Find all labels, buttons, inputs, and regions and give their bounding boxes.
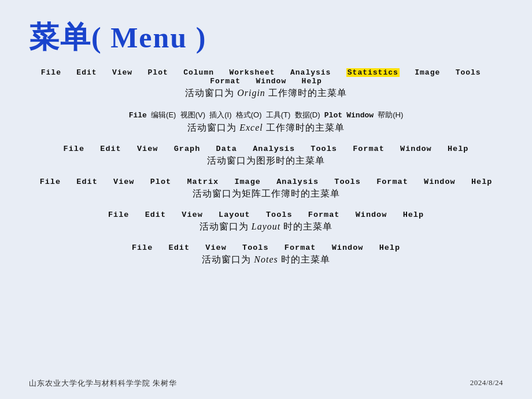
menu-bar-matrix: File Edit View Plot Matrix Image Analysi… [29,178,503,186]
menu-section-layout: File Edit View Layout Tools Format Windo… [29,210,503,233]
footer-date: 2024/8/24 [470,378,503,389]
menu-section-origin: File Edit View Plot Column Worksheet Ana… [29,68,503,99]
menu-desc-layout: 活动窗口为 Layout 时的主菜单 [29,221,503,233]
menu-desc-excel: 活动窗口为 Excel 工作簿时的主菜单 [29,122,503,134]
menu-desc-notes: 活动窗口为 Notes 时的主菜单 [29,254,503,266]
menu-desc-matrix: 活动窗口为矩阵工作簿时的主菜单 [29,188,503,200]
menu-bar-notes: File Edit View Tools Format Window Help [29,243,503,252]
footer: 山东农业大学化学与材料科学学院 朱树华 2024/8/24 [0,378,532,389]
menu-desc-origin: 活动窗口为 Origin 工作簿时的主菜单 [29,87,503,99]
title-english: ( Menu ) [91,21,206,54]
menu-desc-graph: 活动窗口为图形时的主菜单 [29,155,503,167]
slide: 菜单( Menu ) File Edit View Plot Column Wo… [0,0,532,399]
menu-bar-graph: File Edit View Graph Data Analysis Tools… [29,145,503,153]
menu-bar-excel: File 编辑(E) 视图(V) 插入(I) 格式(O) 工具(T) 数据(D)… [29,110,503,120]
menu-bar-origin: File Edit View Plot Column Worksheet Ana… [29,68,503,86]
menu-section-matrix: File Edit View Plot Matrix Image Analysi… [29,178,503,200]
title-chinese: 菜单 [29,20,91,54]
menu-section-graph: File Edit View Graph Data Analysis Tools… [29,145,503,167]
menu-section-excel: File 编辑(E) 视图(V) 插入(I) 格式(O) 工具(T) 数据(D)… [29,110,503,134]
menu-bar-layout: File Edit View Layout Tools Format Windo… [29,210,503,219]
slide-title: 菜单( Menu ) [29,17,503,58]
footer-institution: 山东农业大学化学与材料科学学院 朱树华 [29,378,177,389]
menu-section-notes: File Edit View Tools Format Window Help … [29,243,503,266]
